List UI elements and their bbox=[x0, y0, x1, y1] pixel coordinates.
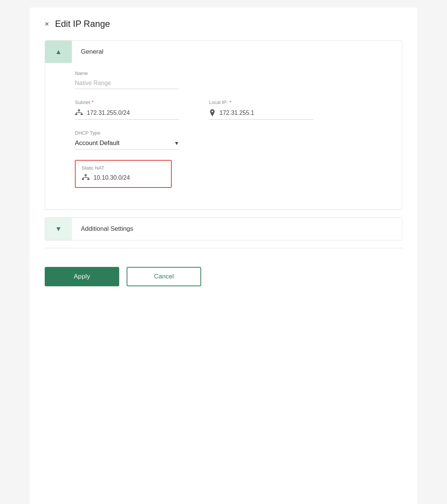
footer-divider bbox=[45, 248, 402, 248]
general-section-label: General bbox=[72, 48, 103, 56]
svg-rect-2 bbox=[81, 114, 83, 115]
name-field-group: Name Native Range bbox=[75, 70, 372, 89]
local-ip-input[interactable]: 172.31.255.1 bbox=[209, 107, 313, 120]
general-section-header[interactable]: ▲ General bbox=[45, 41, 402, 63]
local-ip-required: * bbox=[229, 100, 231, 105]
chevron-up-icon: ▲ bbox=[55, 48, 62, 56]
dhcp-type-field-group: DHCP Type Account Default ▼ bbox=[75, 130, 372, 149]
subnet-localip-row: Subnet * bbox=[75, 100, 372, 130]
chevron-down-icon: ▼ bbox=[55, 225, 62, 233]
page-container: × Edit IP Range ▲ General Name Native Ra… bbox=[30, 7, 417, 504]
static-nat-value: 10.10.30.0/24 bbox=[82, 174, 165, 182]
local-ip-field-group: Local IP: * 172.31.255.1 bbox=[209, 100, 313, 120]
additional-settings-label: Additional Settings bbox=[72, 225, 133, 233]
name-input[interactable]: Native Range bbox=[75, 78, 179, 89]
close-icon[interactable]: × bbox=[45, 20, 49, 28]
local-ip-value: 172.31.255.1 bbox=[219, 110, 254, 116]
general-toggle[interactable]: ▲ bbox=[45, 41, 72, 63]
cancel-button[interactable]: Cancel bbox=[127, 267, 201, 286]
subnet-value: 172.31.255.0/24 bbox=[87, 110, 130, 116]
subnet-network-icon bbox=[75, 109, 83, 117]
additional-settings-header[interactable]: ▼ Additional Settings bbox=[45, 218, 402, 240]
additional-settings-section: ▼ Additional Settings bbox=[45, 217, 402, 240]
page-title: Edit IP Range bbox=[55, 19, 110, 29]
svg-rect-1 bbox=[75, 114, 77, 115]
dhcp-type-label: DHCP Type bbox=[75, 130, 372, 136]
footer: Apply Cancel bbox=[45, 256, 402, 290]
dropdown-chevron-icon: ▼ bbox=[174, 140, 179, 146]
subnet-label: Subnet * bbox=[75, 100, 179, 105]
apply-button[interactable]: Apply bbox=[45, 267, 119, 286]
static-nat-field-group: Static NAT bbox=[75, 160, 372, 188]
svg-rect-8 bbox=[85, 174, 87, 176]
additional-settings-toggle[interactable]: ▼ bbox=[45, 218, 72, 240]
dhcp-type-select[interactable]: Account Default ▼ bbox=[75, 138, 179, 149]
dhcp-type-value: Account Default bbox=[75, 139, 171, 147]
local-ip-label: Local IP: * bbox=[209, 100, 313, 105]
general-section: ▲ General Name Native Range Subnet * bbox=[45, 40, 402, 210]
svg-rect-9 bbox=[82, 179, 84, 180]
location-pin-icon bbox=[209, 109, 216, 117]
subnet-required: * bbox=[92, 100, 93, 105]
static-nat-box[interactable]: Static NAT bbox=[75, 160, 172, 188]
svg-rect-10 bbox=[88, 179, 90, 180]
subnet-input[interactable]: 172.31.255.0/24 bbox=[75, 107, 179, 120]
general-section-body: Name Native Range Subnet * bbox=[45, 63, 402, 210]
svg-rect-0 bbox=[78, 110, 80, 111]
name-label: Name bbox=[75, 70, 372, 76]
subnet-field-group: Subnet * bbox=[75, 100, 179, 120]
static-nat-label: Static NAT bbox=[82, 165, 165, 171]
header: × Edit IP Range bbox=[45, 19, 402, 29]
static-nat-network-icon bbox=[82, 174, 90, 182]
svg-point-7 bbox=[212, 111, 213, 112]
static-nat-ip: 10.10.30.0/24 bbox=[93, 174, 130, 181]
